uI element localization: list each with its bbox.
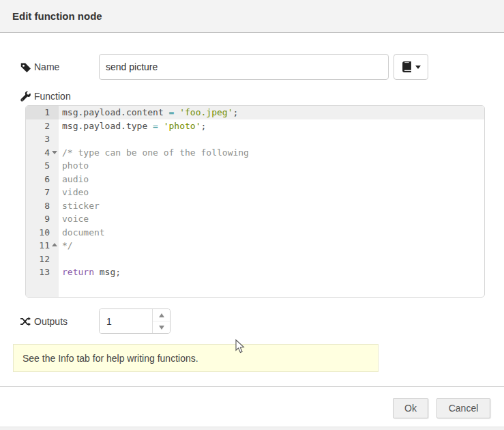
code-text: document [59,226,105,240]
code-text: */ [59,239,73,253]
mouse-cursor [235,339,245,354]
code-line: 4/* type can be one of the following [26,146,484,160]
line-number: 8 [26,199,59,213]
dialog-body: Name Function 1msg.payload.content = 'fo… [0,54,504,372]
code-line: 5photo [26,159,484,173]
fold-up-icon[interactable] [52,243,57,246]
tip-box: See the Info tab for help writing functi… [13,344,379,372]
spinner-buttons [152,309,170,333]
tip-text: See the Info tab for help writing functi… [23,353,198,364]
line-number: 6 [26,173,59,186]
spinner-up-button[interactable] [153,309,170,321]
tag-icon [20,62,31,72]
caret-down-icon [415,66,421,69]
code-text: return msg; [59,266,121,279]
outputs-label: Outputs [20,316,99,327]
line-number: 13 [26,266,59,279]
name-label: Name [20,61,99,72]
dialog-header: Edit function node [0,0,504,33]
code-line: 6audio [26,173,484,186]
line-number: 2 [26,119,59,133]
code-line: 7video [26,186,484,199]
library-button[interactable] [394,54,428,80]
book-icon [402,61,412,72]
code-line: 8sticker [26,199,484,213]
wrench-icon [20,91,31,102]
code-text: audio [59,173,89,186]
shuffle-icon [20,317,31,326]
outputs-input[interactable] [100,309,152,333]
spinner-up-icon [159,313,164,317]
line-number: 10 [26,226,59,240]
code-text: video [59,186,89,199]
dialog-title: Edit function node [12,10,102,22]
cancel-button[interactable]: Cancel [436,398,490,418]
line-number: 4 [26,146,59,160]
code-line: 12 [26,253,484,266]
line-number: 9 [26,212,59,226]
line-number: 5 [26,159,59,173]
code-text [59,132,62,146]
fold-down-icon[interactable] [52,151,57,154]
line-number: 11 [26,239,59,253]
code-text: msg.payload.type = 'photo'; [59,119,206,133]
code-line: 3 [26,132,484,146]
code-line: 9voice [26,212,484,226]
code-line: 1msg.payload.content = 'foo.jpeg'; [26,106,484,119]
function-label-row: Function [20,91,484,102]
outputs-spinner [99,309,171,334]
code-line: 2msg.payload.type = 'photo'; [26,119,484,133]
code-text: photo [59,159,89,173]
line-number: 1 [26,106,59,119]
code-text: msg.payload.content = 'foo.jpeg'; [59,106,238,119]
spinner-down-icon [159,326,164,330]
outputs-row: Outputs [20,309,484,334]
code-editor[interactable]: 1msg.payload.content = 'foo.jpeg';2msg.p… [25,105,485,298]
line-number: 3 [26,132,59,146]
code-text: sticker [59,199,100,213]
line-number: 12 [26,253,59,266]
dialog-footer: Ok Cancel [0,386,504,430]
code-text [59,253,62,266]
dialog-bottom-edge [0,427,504,430]
ok-button[interactable]: Ok [393,398,428,418]
code-editor-lines: 1msg.payload.content = 'foo.jpeg';2msg.p… [26,106,484,279]
code-text: voice [59,212,89,226]
code-text: /* type can be one of the following [59,146,249,160]
code-line: 11*/ [26,239,484,253]
name-field-row: Name [20,54,484,80]
code-line: 10document [26,226,484,240]
spinner-down-button[interactable] [153,321,170,333]
line-number: 7 [26,186,59,199]
function-label: Function [34,91,71,102]
name-input[interactable] [99,54,389,80]
code-line: 13return msg; [26,266,484,279]
